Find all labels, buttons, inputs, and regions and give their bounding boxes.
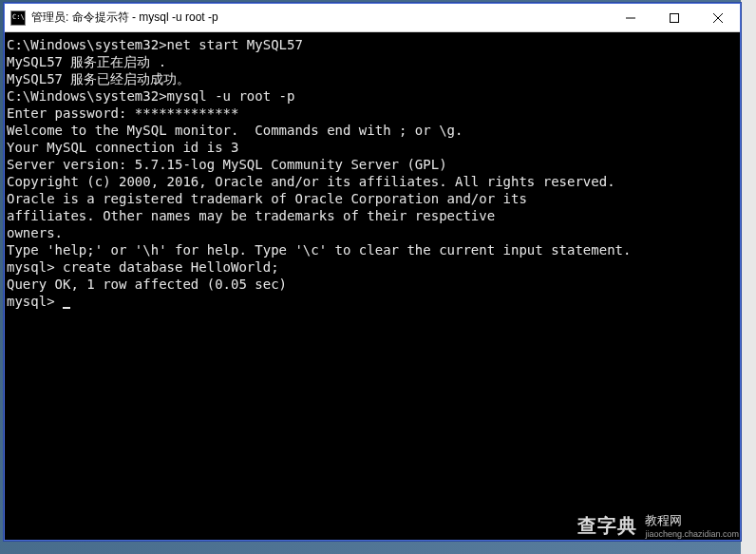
- terminal-line: Query OK, 1 row affected (0.05 sec): [7, 276, 738, 293]
- terminal-line: Enter password: *************: [7, 105, 738, 122]
- terminal-line: MySQL57 服务已经启动成功。: [7, 70, 738, 87]
- terminal-line: C:\Windows\system32>mysql -u root -p: [7, 87, 738, 105]
- minimize-button[interactable]: [609, 4, 652, 32]
- terminal-line: Copyright (c) 2000, 2016, Oracle and/or …: [7, 173, 738, 190]
- svg-rect-1: [671, 14, 679, 23]
- terminal-line: mysql>: [7, 293, 738, 310]
- cursor: [63, 307, 70, 309]
- terminal-line: Server version: 5.7.15-log MySQL Communi…: [7, 156, 738, 173]
- terminal-line: Oracle is a registered trademark of Orac…: [7, 190, 738, 207]
- maximize-icon: [670, 13, 679, 23]
- terminal-output[interactable]: C:\Windows\system32>net start MySQL57MyS…: [5, 32, 740, 540]
- terminal-line: affiliates. Other names may be trademark…: [7, 207, 738, 224]
- maximize-button[interactable]: [652, 4, 696, 32]
- right-background-strip: [741, 0, 756, 554]
- window-controls: [609, 4, 740, 31]
- terminal-line: Welcome to the MySQL monitor. Commands e…: [7, 122, 738, 139]
- cmd-icon: [10, 10, 26, 26]
- close-icon: [713, 13, 723, 23]
- terminal-line: Your MySQL connection id is 3: [7, 139, 738, 156]
- titlebar[interactable]: 管理员: 命令提示符 - mysql -u root -p: [5, 4, 740, 32]
- terminal-line: Type 'help;' or '\h' for help. Type '\c'…: [7, 241, 738, 258]
- command-prompt-window: 管理员: 命令提示符 - mysql -u root -p C:\Windows…: [4, 3, 741, 541]
- terminal-line: mysql> create database HelloWorld;: [7, 258, 738, 276]
- terminal-line: MySQL57 服务正在启动 .: [7, 53, 738, 70]
- minimize-icon: [626, 13, 635, 23]
- terminal-line: owners.: [7, 224, 738, 241]
- window-title: 管理员: 命令提示符 - mysql -u root -p: [31, 10, 609, 26]
- terminal-line: C:\Windows\system32>net start MySQL57: [7, 36, 738, 53]
- close-button[interactable]: [696, 4, 740, 32]
